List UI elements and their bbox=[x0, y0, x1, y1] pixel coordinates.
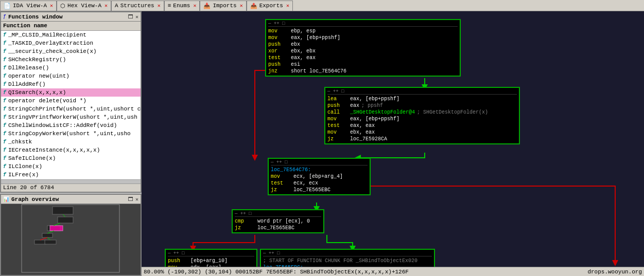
dis-line: xor ebx, ebx bbox=[268, 48, 458, 54]
functions-panel: ƒ Functions window 🗖 ✕ Function name f_M… bbox=[0, 11, 142, 193]
block-header-1: — ++ □ bbox=[268, 21, 458, 27]
function-item[interactable]: fDllAddRef() bbox=[1, 80, 141, 88]
function-item[interactable]: foperator new(uint) bbox=[1, 72, 141, 80]
function-item[interactable]: f_MP_CLSID_MailRecipient bbox=[1, 31, 141, 39]
function-item[interactable]: f_chkstk bbox=[1, 138, 141, 146]
dis-line: jz loc_7E565EBC bbox=[235, 225, 321, 231]
tab-ida-view[interactable]: 📄 IDA View-A ✕ bbox=[0, 1, 57, 11]
function-item[interactable]: fCShellWindowListCF::AddRef(void) bbox=[1, 121, 141, 130]
function-item[interactable]: fStringVPrintfWorkerW(ushort *,uint,ush bbox=[1, 113, 141, 121]
dis-line: loc_7E565EBC: bbox=[263, 264, 432, 267]
function-name: operator new(uint) bbox=[8, 73, 69, 79]
function-icon: f bbox=[3, 148, 6, 153]
tab-ida-label: IDA View-A bbox=[13, 3, 47, 9]
dis-block-3: — ++ □ loc_7E564C76: mov ecx, [ebp+arg_4… bbox=[268, 158, 371, 195]
mnem: jz bbox=[327, 136, 348, 142]
function-item[interactable]: f__security_check_cookie(x) bbox=[1, 47, 141, 56]
tab-hex-view[interactable]: ⬡ Hex View-A ✕ bbox=[57, 1, 111, 11]
tab-exports-label: Exports bbox=[259, 3, 283, 9]
op: ebx, eax bbox=[350, 129, 375, 136]
tab-ida-close[interactable]: ✕ bbox=[50, 3, 53, 9]
function-name: _MP_CLSID_MailRecipient bbox=[8, 32, 86, 38]
dis-line: cmp word ptr [ecx], 0 bbox=[235, 218, 321, 225]
function-item[interactable]: fQISearch(x,x,x,x) bbox=[1, 88, 141, 97]
tab-struct-icon: A bbox=[115, 3, 118, 9]
function-list-header: Function name bbox=[1, 22, 141, 31]
tab-enums[interactable]: ≡ Enums ✕ bbox=[164, 1, 200, 11]
dis-block-5-left: — ++ □ push [ebp+arg_10] mov edx, [eax] … bbox=[165, 249, 257, 267]
graph-icon: 📊 bbox=[3, 196, 9, 203]
tab-enum-icon: ≡ bbox=[168, 3, 171, 9]
graph-minimize-btn[interactable]: 🗖 bbox=[128, 196, 133, 203]
functions-close-btn[interactable]: ✕ bbox=[135, 14, 138, 20]
function-icon: f bbox=[3, 90, 6, 96]
function-name: CShellWindowListCF::AddRef(void) bbox=[8, 122, 117, 128]
tab-imports[interactable]: 📥 Imports ✕ bbox=[200, 1, 246, 11]
function-item[interactable]: f_TASKID_OverlayExtraction bbox=[1, 39, 141, 47]
dis-block-1: — ++ □ mov ebp, esp mov eax, [ebp+ppshf]… bbox=[265, 19, 461, 77]
tab-exports[interactable]: 📤 Exports ✕ bbox=[247, 1, 293, 11]
function-item[interactable]: fILFree(x) bbox=[1, 171, 141, 179]
dis-line: jz loc_7E565EBC bbox=[271, 187, 368, 193]
graph-close-btn[interactable]: ✕ bbox=[135, 196, 138, 203]
dis-line: mov edx, [eax] bbox=[168, 264, 254, 267]
dis-line: call _SHGetDesktopFolder@4 ; SHGetDeskto… bbox=[327, 109, 517, 116]
function-item[interactable]: fSHCheckRegistry() bbox=[1, 56, 141, 64]
mnem: jnz bbox=[268, 68, 289, 75]
block-header-2: — ++ □ bbox=[327, 89, 517, 95]
ida-canvas[interactable]: — ++ □ mov ebp, esp mov eax, [ebp+ppshf]… bbox=[142, 11, 644, 267]
dis-line: push esi bbox=[268, 61, 458, 68]
functions-minimize-btn[interactable]: 🗖 bbox=[128, 14, 133, 20]
mnem: mov bbox=[168, 264, 188, 267]
tab-struct-close[interactable]: ✕ bbox=[158, 3, 161, 9]
function-item[interactable]: fDllRelease() bbox=[1, 64, 141, 72]
function-list[interactable]: f_MP_CLSID_MailRecipientf_TASKID_Overlay… bbox=[1, 31, 141, 179]
function-name: DllRelease() bbox=[8, 65, 49, 71]
op: [ebp+arg_10] bbox=[190, 257, 228, 264]
function-item[interactable]: fSafeILClone(x) bbox=[1, 154, 141, 162]
function-item[interactable]: fStringCopyWorkerW(ushort *,uint,usho bbox=[1, 130, 141, 138]
function-icon: f bbox=[3, 156, 6, 161]
mnem: test bbox=[327, 122, 348, 129]
functions-status: Line 20 of 6784 bbox=[1, 183, 141, 192]
function-name: __security_check_cookie(x) bbox=[8, 48, 97, 54]
function-item[interactable]: foperator delete(void *) bbox=[1, 97, 141, 105]
block-header-3: — ++ □ bbox=[271, 160, 368, 165]
tab-bar: 📄 IDA View-A ✕ ⬡ Hex View-A ✕ A Structur… bbox=[0, 0, 644, 11]
mnem: mov bbox=[327, 129, 348, 136]
tab-exports-icon: 📤 bbox=[250, 3, 257, 9]
function-icon: f bbox=[3, 65, 6, 71]
graph-panel: 📊 Graph overview 🗖 ✕ bbox=[0, 194, 142, 276]
mnem: call bbox=[327, 109, 348, 116]
function-item[interactable]: fStringCchPrintfW(ushort *,uint,ushort c bbox=[1, 105, 141, 113]
function-item[interactable]: fIECreateInstance(x,x,x,x,x) bbox=[1, 146, 141, 154]
function-icon: f bbox=[3, 57, 6, 63]
svg-rect-5 bbox=[34, 240, 46, 244]
function-icon: f bbox=[3, 32, 6, 38]
function-name: StringCchPrintfW(ushort *,uint,ushort c bbox=[8, 106, 141, 112]
function-icon: f bbox=[3, 164, 6, 170]
label: loc_7E564C76: bbox=[271, 167, 311, 173]
op: eax, eax bbox=[350, 122, 375, 129]
function-icon: f bbox=[3, 49, 6, 54]
tab-structures[interactable]: A Structures ✕ bbox=[111, 1, 164, 11]
op: edx, [eax] bbox=[190, 264, 221, 267]
block-header-5l: — ++ □ bbox=[168, 251, 254, 256]
tab-enum-close[interactable]: ✕ bbox=[193, 3, 196, 9]
graph-overview-svg bbox=[1, 204, 141, 273]
tab-exports-close[interactable]: ✕ bbox=[286, 3, 289, 9]
tab-imports-close[interactable]: ✕ bbox=[240, 3, 243, 9]
functions-icon: ƒ bbox=[3, 14, 6, 20]
dis-line: test eax, eax bbox=[268, 54, 458, 61]
tab-enum-label: Enums bbox=[173, 3, 190, 9]
function-name: IECreateInstance(x,x,x,x,x) bbox=[8, 147, 100, 153]
op: ecx, [ebp+arg_4] bbox=[293, 173, 343, 180]
mnem: mov bbox=[271, 173, 291, 180]
tab-hex-close[interactable]: ✕ bbox=[105, 3, 108, 9]
graph-content bbox=[1, 204, 141, 275]
op: word ptr [ecx], 0 bbox=[257, 218, 310, 225]
function-item[interactable]: fILClone(x) bbox=[1, 162, 141, 171]
op: loc_7E5928CA bbox=[350, 136, 387, 142]
op: eax, eax bbox=[291, 54, 316, 61]
function-icon: f bbox=[3, 172, 6, 178]
